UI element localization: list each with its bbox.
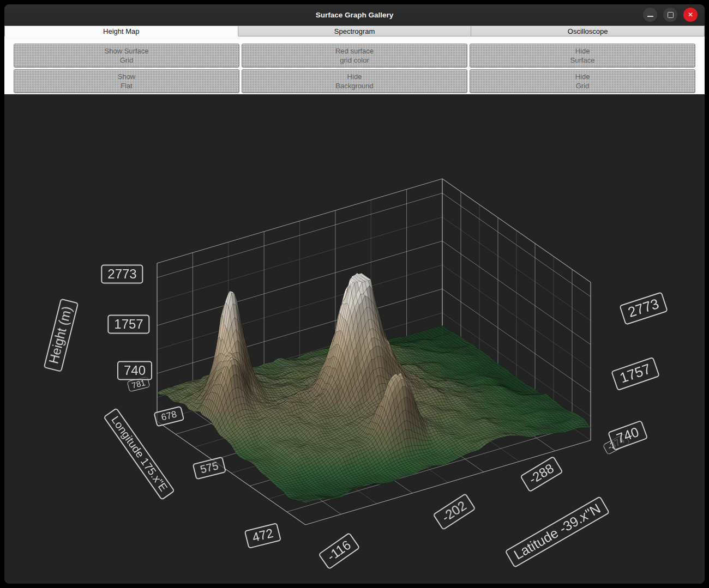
control-pane: Show Surface Grid Red surface grid color… — [4, 37, 705, 94]
maximize-button[interactable] — [663, 8, 677, 22]
tab-height-map[interactable]: Height Map — [4, 26, 238, 37]
close-icon: ✕ — [688, 11, 693, 18]
height-tick-1757-left: 1757 — [107, 315, 149, 334]
button-grid: Show Surface Grid Red surface grid color… — [14, 44, 695, 93]
window-title: Surface Graph Gallery — [316, 11, 394, 19]
window-titlebar[interactable]: Surface Graph Gallery ✕ — [4, 4, 705, 26]
app-window: Surface Graph Gallery ✕ Height Map Spect… — [4, 4, 705, 584]
tab-bar: Height Map Spectrogram Oscilloscope — [4, 26, 705, 37]
plot-area: 2773 1757 740 781 Height (m) 678 575 472… — [4, 94, 705, 584]
show-flat-button[interactable]: Show Flat — [14, 69, 239, 93]
minimize-icon — [647, 16, 653, 17]
minimize-button[interactable] — [643, 8, 657, 22]
show-surface-grid-button[interactable]: Show Surface Grid — [14, 44, 239, 68]
height-tick-2773-left: 2773 — [101, 265, 143, 284]
hide-background-button[interactable]: Hide Background — [242, 69, 467, 93]
hide-surface-button[interactable]: Hide Surface — [470, 44, 695, 68]
hide-grid-button[interactable]: Hide Grid — [470, 69, 695, 93]
close-button[interactable]: ✕ — [683, 8, 698, 22]
maximize-icon — [668, 12, 674, 18]
tab-spectrogram[interactable]: Spectrogram — [238, 26, 472, 37]
tab-oscilloscope[interactable]: Oscilloscope — [471, 26, 705, 37]
height-tick-740-left: 740 — [117, 361, 152, 380]
surface-grid-color-button[interactable]: Red surface grid color — [242, 44, 467, 68]
window-controls: ✕ — [643, 4, 698, 25]
